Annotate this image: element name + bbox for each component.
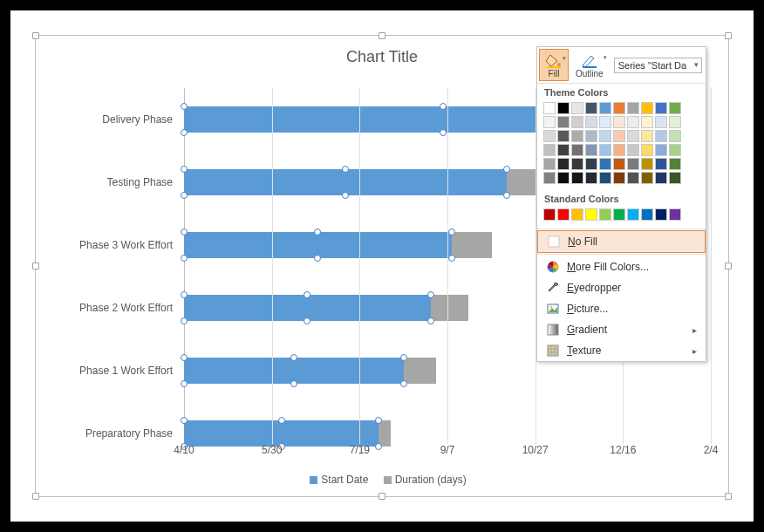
bar-duration[interactable] <box>379 420 390 447</box>
bar-duration[interactable] <box>452 232 492 258</box>
color-swatch[interactable] <box>557 158 570 170</box>
resize-handle[interactable] <box>32 32 39 39</box>
color-swatch[interactable] <box>543 116 556 128</box>
data-point-handle[interactable] <box>181 103 188 110</box>
data-point-handle[interactable] <box>342 166 349 173</box>
data-point-handle[interactable] <box>181 380 188 387</box>
color-swatch[interactable] <box>599 102 611 114</box>
color-swatch[interactable] <box>627 158 639 170</box>
data-point-handle[interactable] <box>181 255 188 262</box>
data-point-handle[interactable] <box>304 317 310 324</box>
color-swatch[interactable] <box>585 172 597 184</box>
data-point-handle[interactable] <box>181 166 188 173</box>
color-swatch[interactable] <box>641 102 653 114</box>
color-swatch[interactable] <box>669 130 681 142</box>
data-point-handle[interactable] <box>181 417 188 424</box>
color-swatch[interactable] <box>599 144 611 156</box>
data-point-handle[interactable] <box>181 129 188 136</box>
series-selector[interactable]: Series "Start Da <box>611 47 706 83</box>
color-swatch[interactable] <box>613 144 625 156</box>
color-swatch[interactable] <box>543 158 556 170</box>
color-swatch[interactable] <box>669 102 681 114</box>
resize-handle[interactable] <box>725 32 732 39</box>
resize-handle[interactable] <box>725 493 732 500</box>
color-swatch[interactable] <box>571 144 583 156</box>
data-point-handle[interactable] <box>448 228 455 235</box>
color-swatch[interactable] <box>543 130 556 142</box>
eyedropper-item[interactable]: Eyedropper <box>537 277 706 298</box>
data-point-handle[interactable] <box>278 417 285 424</box>
color-swatch[interactable] <box>655 144 667 156</box>
gradient-item[interactable]: Gradient ▸ <box>537 319 706 340</box>
color-swatch[interactable] <box>669 144 681 156</box>
color-swatch[interactable] <box>655 116 667 128</box>
texture-item[interactable]: Texture ▸ <box>537 340 706 361</box>
color-swatch[interactable] <box>627 102 639 114</box>
color-swatch[interactable] <box>655 172 667 184</box>
legend[interactable]: Start Date Duration (days) <box>36 474 728 486</box>
data-point-handle[interactable] <box>304 291 310 298</box>
color-swatch[interactable] <box>585 130 597 142</box>
color-swatch[interactable] <box>585 144 597 156</box>
data-point-handle[interactable] <box>181 291 188 298</box>
color-swatch[interactable] <box>571 158 583 170</box>
data-point-handle[interactable] <box>342 192 349 199</box>
data-point-handle[interactable] <box>290 354 297 361</box>
color-swatch[interactable] <box>627 116 639 128</box>
color-swatch[interactable] <box>641 172 653 184</box>
resize-handle[interactable] <box>379 32 385 39</box>
color-swatch[interactable] <box>585 158 597 170</box>
data-point-handle[interactable] <box>440 103 447 110</box>
color-swatch[interactable] <box>627 130 639 142</box>
picture-item[interactable]: Picture... <box>537 298 706 319</box>
color-swatch[interactable] <box>669 158 681 170</box>
color-swatch[interactable] <box>571 208 583 221</box>
color-swatch[interactable] <box>641 208 653 221</box>
data-point-handle[interactable] <box>503 166 510 173</box>
color-swatch[interactable] <box>599 130 611 142</box>
data-point-handle[interactable] <box>181 228 188 235</box>
outline-button[interactable]: ▾ Outline <box>570 49 609 81</box>
bar-duration[interactable] <box>404 358 435 384</box>
color-swatch[interactable] <box>613 116 625 128</box>
data-point-handle[interactable] <box>448 255 455 262</box>
color-swatch[interactable] <box>571 116 583 128</box>
color-swatch[interactable] <box>641 130 653 142</box>
color-swatch[interactable] <box>669 172 681 184</box>
resize-handle[interactable] <box>32 493 39 500</box>
data-point-handle[interactable] <box>290 380 297 387</box>
color-swatch[interactable] <box>627 208 639 221</box>
color-swatch[interactable] <box>613 130 625 142</box>
color-swatch[interactable] <box>655 130 667 142</box>
fill-button[interactable]: ▾ Fill <box>539 49 569 81</box>
resize-handle[interactable] <box>379 493 385 500</box>
resize-handle[interactable] <box>725 263 732 269</box>
data-point-handle[interactable] <box>314 255 321 262</box>
data-point-handle[interactable] <box>181 354 188 361</box>
color-swatch[interactable] <box>571 130 583 142</box>
color-swatch[interactable] <box>627 144 639 156</box>
data-point-handle[interactable] <box>400 380 407 387</box>
color-swatch[interactable] <box>543 172 556 184</box>
data-point-handle[interactable] <box>427 317 434 324</box>
color-swatch[interactable] <box>557 102 570 114</box>
color-swatch[interactable] <box>557 144 570 156</box>
color-swatch[interactable] <box>655 102 667 114</box>
data-point-handle[interactable] <box>181 317 188 324</box>
color-swatch[interactable] <box>599 208 611 221</box>
color-swatch[interactable] <box>557 130 570 142</box>
color-swatch[interactable] <box>571 172 583 184</box>
data-point-handle[interactable] <box>440 129 447 136</box>
data-point-handle[interactable] <box>427 291 434 298</box>
no-fill-item[interactable]: No Fill <box>537 230 706 253</box>
color-swatch[interactable] <box>557 116 570 128</box>
color-swatch[interactable] <box>655 208 667 221</box>
color-swatch[interactable] <box>557 208 570 221</box>
color-swatch[interactable] <box>669 208 681 221</box>
color-swatch[interactable] <box>599 172 611 184</box>
color-swatch[interactable] <box>613 158 625 170</box>
color-swatch[interactable] <box>613 208 625 221</box>
color-swatch[interactable] <box>641 116 653 128</box>
color-swatch[interactable] <box>543 102 556 114</box>
more-fill-colors-item[interactable]: More Fill Colors... <box>537 256 706 277</box>
